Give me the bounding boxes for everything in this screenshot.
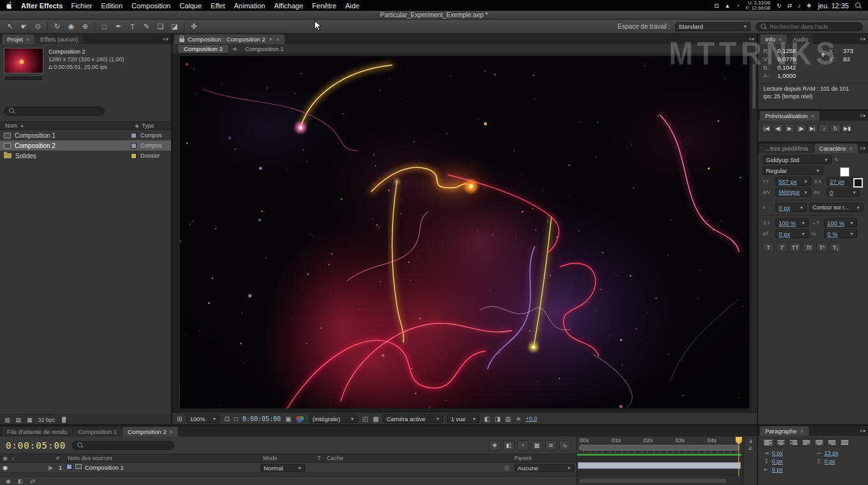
project-item[interactable]: Composition 1Compos [0, 130, 171, 140]
app-menu[interactable]: After Effects [21, 2, 63, 10]
volume-icon[interactable]: ♪ [798, 3, 801, 9]
hand-tool[interactable]: ☛ [19, 22, 29, 31]
panel-menu-button[interactable]: ≡▾ [860, 36, 865, 42]
transparency-grid-icon[interactable]: ▩ [373, 415, 378, 422]
tab-projet[interactable]: Projet × [2, 34, 34, 44]
spotlight-icon[interactable] [855, 3, 862, 9]
time-machine-icon[interactable]: ↻ [777, 3, 782, 9]
close-icon[interactable]: × [849, 146, 852, 152]
stroke-width-dropdown[interactable]: 0 px ▼ [775, 203, 807, 212]
column-type[interactable]: Type [142, 123, 166, 129]
help-search[interactable] [756, 22, 863, 31]
expand-layer-switches-icon[interactable]: ◉ [6, 478, 11, 484]
scrollbar-thumb[interactable] [752, 64, 756, 108]
column-number[interactable]: # [56, 455, 59, 461]
interpret-footage-icon[interactable]: ▥ [4, 417, 10, 423]
project-item[interactable]: Composition 2Compos [0, 140, 171, 151]
frame-blending-icon[interactable]: ▦ [531, 440, 542, 451]
region-of-interest-icon[interactable]: ◰ [363, 415, 368, 422]
graph-editor-icon[interactable]: ∿ [559, 440, 571, 451]
expand-in-out-icon[interactable]: ⇄ [30, 478, 35, 484]
panel-menu-button[interactable]: ≡▾ [860, 113, 865, 119]
zoom-out-icon[interactable]: ◮ [749, 438, 752, 444]
panel-menu-button[interactable]: ≡▾ [163, 36, 168, 42]
column-trkmat-t[interactable]: T [317, 455, 321, 461]
time-navigator[interactable] [579, 445, 740, 451]
play-button[interactable]: ▶ [784, 124, 795, 133]
faux-italic-button[interactable]: T [776, 243, 788, 252]
subscript-button[interactable]: T₁ [830, 243, 841, 252]
puppet-pin-tool[interactable]: ✜ [189, 22, 198, 31]
kerning-dropdown[interactable]: Métrique ▼ [775, 188, 811, 197]
baseline-shift-field[interactable]: 0 px ▼ [775, 229, 809, 238]
panel-menu-button[interactable]: ≡▾ [860, 146, 865, 151]
viewer-panel-tab[interactable]: Composition : Composition 2 ▼ × [174, 34, 285, 44]
timeline-tab[interactable]: File d'attente de rendu [2, 427, 72, 436]
column-parent[interactable]: Parent [514, 455, 532, 461]
tab-presets[interactable]: ...tres prédéfinis [760, 144, 814, 153]
timeline-tab[interactable]: Composition 2× [123, 427, 178, 436]
align-right-button[interactable] [788, 438, 799, 447]
zoom-in-icon[interactable]: ◭ [749, 445, 752, 451]
magnification-dropdown[interactable]: 100% ▼ [186, 414, 220, 423]
new-folder-icon[interactable]: ▤ [16, 417, 22, 423]
timeline-search[interactable] [72, 441, 174, 450]
panel-menu-button[interactable]: ≡▾ [749, 36, 754, 42]
space-after-field[interactable]: ↥0 px [816, 458, 862, 465]
vertical-scale-field[interactable]: 100 % ▼ [775, 218, 809, 227]
stroke-style-dropdown[interactable]: Contour sur r... ▼ [809, 203, 864, 212]
close-icon[interactable]: × [276, 36, 279, 43]
apple-menu[interactable] [6, 1, 13, 10]
help-search-input[interactable] [770, 24, 858, 30]
indent-first-line-field[interactable]: ⇀13 px [816, 450, 862, 456]
clone-stamp-tool[interactable]: ❏ [156, 22, 165, 31]
project-search-input[interactable] [18, 108, 100, 114]
next-frame-button[interactable]: |▶ [796, 124, 806, 133]
previous-frame-button[interactable]: ◀| [773, 124, 783, 133]
safe-zones-icon[interactable]: ⊡ [224, 415, 229, 422]
project-item[interactable]: SolidesDossier [0, 151, 171, 161]
timeline-button-icon[interactable]: ▥ [505, 415, 511, 422]
tracking-dropdown[interactable]: 0 ▼ [827, 188, 860, 197]
grid-options-icon[interactable]: ⊞ [177, 415, 182, 422]
view-layout-dropdown[interactable]: 1 vue ▼ [447, 414, 479, 423]
hide-shy-layers-icon[interactable]: ◔ [517, 440, 528, 451]
font-size-dropdown[interactable]: 557 px ▼ [775, 177, 811, 186]
parent-pickwhip-icon[interactable]: ◎ [504, 464, 509, 471]
menu-aide[interactable]: Aide [345, 2, 359, 10]
exposure-value[interactable]: +0,0 [526, 415, 537, 422]
audio-mute-button[interactable]: ♪ [819, 124, 829, 133]
draft-3d-icon[interactable]: ◧ [503, 440, 514, 451]
snapshot-icon[interactable]: ▣ [285, 415, 291, 422]
current-time-display[interactable]: 0:00:05:00 [6, 440, 66, 451]
gauge-icon[interactable]: ◔ [736, 3, 739, 9]
align-center-button[interactable] [775, 438, 786, 447]
text-tool[interactable]: T [128, 23, 137, 31]
column-source-name[interactable]: Nom des sources [68, 455, 112, 461]
menubar-clock[interactable]: jeu. 12:35 [818, 2, 849, 10]
resolution-dropdown[interactable]: (Intégrale) ▼ [310, 414, 358, 423]
indent-left-field[interactable]: ⇥0 px [764, 450, 810, 456]
horizontal-scrollbar[interactable] [580, 479, 726, 483]
stroke-color-swatch[interactable] [853, 178, 863, 188]
viewer-timecode[interactable]: 0:00:05:00 [243, 415, 281, 422]
small-caps-button[interactable]: Tt [803, 243, 814, 252]
zoom-tool[interactable]: ⊙ [33, 22, 43, 31]
tab-paragraphe[interactable]: Paragraphe × [760, 426, 809, 436]
workspace-dropdown[interactable]: Standard ▼ [675, 22, 751, 31]
rotation-tool[interactable]: ↻ [52, 22, 62, 31]
panel-menu-button[interactable]: ≡▾ [860, 428, 865, 434]
bpc-button[interactable]: 32 bpc [38, 417, 56, 423]
tab-caractere[interactable]: Caractère × [814, 144, 858, 153]
close-icon[interactable]: × [26, 36, 29, 43]
menu-composition[interactable]: Composition [131, 2, 170, 10]
go-to-start-button[interactable]: |◀ [761, 124, 772, 133]
brush-tool[interactable]: ✎ [142, 22, 151, 31]
tab-audio[interactable]: Audio [788, 34, 813, 44]
vertical-scrollbar[interactable] [751, 55, 757, 412]
fill-stroke-swatches[interactable] [840, 167, 863, 188]
layer-row[interactable]: ◉▶1Composition 1Normal▼◎Aucune▼ [0, 463, 576, 473]
eyedropper-icon[interactable]: ✎ [834, 157, 844, 163]
sync-icon[interactable]: ⇄ [788, 3, 793, 9]
viewer-comp-tab[interactable]: Composition 1 [239, 45, 290, 53]
